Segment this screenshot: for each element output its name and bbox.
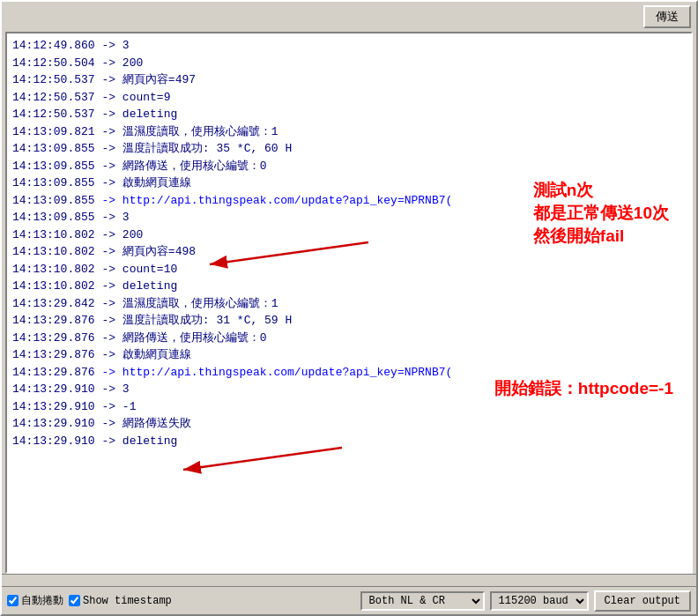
output-area-container: 14:12:49.860 -> 314:12:50.504 -> 20014:1… (5, 32, 693, 574)
output-line: 14:13:29.876 -> 網路傳送，使用核心編號：0 (12, 330, 686, 347)
annotation-line2: 都是正常傳送10次 (533, 202, 669, 225)
output-line: 14:12:50.537 -> 網頁內容=497 (12, 71, 686, 89)
output-line: 14:13:29.910 -> -1 (12, 398, 686, 416)
send-button[interactable]: 傳送 (643, 5, 691, 28)
output-line: 14:13:29.876 -> 溫度計讀取成功: 31 *C, 59 H (12, 312, 686, 330)
svg-line-3 (183, 448, 342, 470)
arrow-minus1-icon (174, 439, 351, 483)
output-line: 14:13:29.842 -> 溫濕度讀取，使用核心編號：1 (12, 295, 686, 313)
auto-scroll-text: 自動捲動 (21, 593, 63, 608)
newline-select[interactable]: No line endingNewlineCarriage returnBoth… (360, 591, 485, 611)
annotation-error-text: 開始錯誤：httpcode=-1 (494, 377, 673, 400)
clear-output-button[interactable]: Clear output (594, 590, 691, 612)
horizontal-scrollbar[interactable] (2, 574, 696, 586)
output-line: 14:13:09.821 -> 溫濕度讀取，使用核心編號：1 (12, 123, 686, 141)
auto-scroll-checkbox[interactable] (7, 595, 19, 606)
output-line: 14:13:09.855 -> 溫度計讀取成功: 35 *C, 60 H (12, 140, 686, 158)
output-line: 14:13:09.855 -> 網路傳送，使用核心編號：0 (12, 158, 686, 175)
output-area[interactable]: 14:12:49.860 -> 314:12:50.504 -> 20014:1… (7, 33, 691, 572)
show-timestamp-checkbox[interactable] (69, 595, 80, 606)
output-line: 14:12:49.860 -> 3 (12, 37, 686, 55)
bottom-bar: 自動捲動 Show timestamp No line endingNewlin… (2, 586, 696, 614)
top-bar: 傳送 (2, 2, 696, 32)
output-line: 14:13:29.910 -> 網路傳送失敗 (12, 415, 686, 433)
output-line: 14:12:50.504 -> 200 (12, 55, 686, 72)
show-timestamp-label[interactable]: Show timestamp (69, 595, 172, 607)
show-timestamp-text: Show timestamp (83, 595, 172, 607)
output-line: 14:12:50.537 -> count=9 (12, 89, 686, 107)
annotation-line1: 測試n次 (533, 179, 669, 202)
output-line: 14:12:50.537 -> deleting (12, 106, 686, 123)
annotation-line3: 然後開始fail (533, 225, 669, 248)
output-line: 14:13:29.876 -> 啟動網頁連線 (12, 346, 686, 364)
baud-select[interactable]: 9600 baud19200 baud38400 baud57600 baud1… (490, 591, 589, 611)
main-window: 傳送 14:12:49.860 -> 314:12:50.504 -> 2001… (0, 0, 698, 616)
auto-scroll-label[interactable]: 自動捲動 (7, 593, 63, 608)
annotation-group2: 開始錯誤：httpcode=-1 (494, 377, 673, 400)
annotation-group1: 測試n次 都是正常傳送10次 然後開始fail (533, 179, 669, 248)
svg-line-1 (210, 242, 368, 264)
output-line: 14:13:10.802 -> deleting (12, 278, 686, 295)
arrow-count10-icon (201, 234, 377, 273)
